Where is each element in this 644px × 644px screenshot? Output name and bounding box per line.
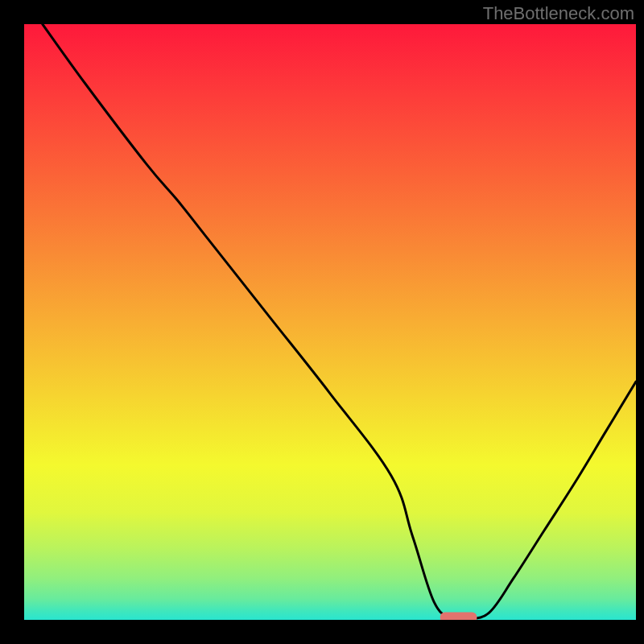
chart-container: TheBottleneck.com bbox=[0, 0, 644, 644]
optimal-marker bbox=[440, 613, 477, 623]
watermark-text: TheBottleneck.com bbox=[483, 3, 634, 24]
bottleneck-chart bbox=[0, 0, 644, 644]
